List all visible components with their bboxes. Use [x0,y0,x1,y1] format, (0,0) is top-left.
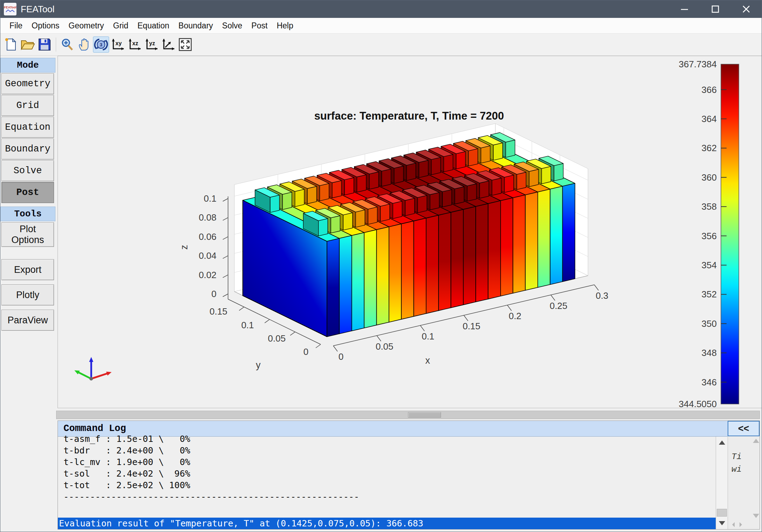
maximize-icon [710,4,721,14]
fit-view-icon [178,38,192,52]
splitter-handle[interactable] [408,412,441,418]
save-file-button[interactable] [36,36,53,53]
scrollbar-track[interactable] [716,449,728,517]
view-default-icon [161,38,176,52]
svg-text:0.2: 0.2 [509,311,521,321]
logo-wave [6,9,15,13]
rotate-3d-icon: 3 [94,38,108,52]
svg-text:0.1: 0.1 [422,331,434,342]
tools-header: Tools [0,207,55,221]
open-file-icon [20,38,35,51]
svg-text:366: 366 [702,85,717,95]
splitter-bar[interactable] [56,411,760,419]
view-xz-icon: xz [127,38,142,52]
svg-text:z: z [179,245,189,250]
temperature-surface-plot[interactable]: 00.050.10.150.20.250.3x00.050.10.15y00.0… [58,56,761,408]
tool-button-export[interactable]: Export [1,259,54,280]
svg-text:0.08: 0.08 [199,212,216,223]
open-file-button[interactable] [20,36,36,53]
tips-scrollbar[interactable] [753,437,760,520]
svg-text:358: 358 [702,201,717,212]
featool-logo-icon: FEATool [4,3,16,15]
log-scrollbar[interactable] [716,437,728,529]
mode-button-grid[interactable]: Grid [1,95,54,116]
menu-item-options[interactable]: Options [27,20,64,32]
svg-text:0.25: 0.25 [550,301,568,311]
save-file-icon [38,38,51,51]
menu-item-file[interactable]: File [5,20,27,32]
fit-view-button[interactable] [177,36,193,53]
collapse-log-button[interactable]: << [728,421,760,436]
tips-side-panel: Tiwi [728,437,760,529]
scroll-down-button[interactable] [716,517,728,529]
command-log-output[interactable]: t-asm_f : 1.5e-01 \ 0%t-bdr : 2.4e+00 \ … [58,433,716,518]
view-yz-button[interactable]: yz [143,36,160,53]
tool-button-plot-options[interactable]: Plot Options [1,222,54,247]
menu-item-solve[interactable]: Solve [218,20,247,32]
svg-text:0.06: 0.06 [199,231,216,242]
tips-line: wi [731,463,753,476]
svg-text:360: 360 [702,172,717,183]
mode-button-boundary[interactable]: Boundary [1,139,54,160]
pan-icon [77,38,91,52]
svg-text:0.15: 0.15 [209,306,227,317]
tips-hscrollbar[interactable] [728,520,760,529]
svg-text:354: 354 [702,260,717,270]
scrollbar-thumb[interactable] [717,509,727,517]
svg-text:0: 0 [212,289,216,299]
plot-title: surface: Temperature, T, Time = 7200 [314,110,504,122]
splitter [0,408,762,421]
up-arrow-icon [753,439,759,443]
svg-text:0.02: 0.02 [199,270,216,280]
toolbar-separator [56,38,56,52]
mode-button-solve[interactable]: Solve [1,160,54,181]
view-default-button[interactable] [160,36,176,53]
down-arrow-icon [719,521,725,525]
menu-item-post[interactable]: Post [247,20,272,32]
log-line: t-asm_f : 1.5e-01 \ 0% [64,433,716,445]
sidebar: ModeGeometryGridEquationBoundarySolvePos… [0,56,58,408]
plot-panel: 00.050.10.150.20.250.3x00.050.10.15y00.0… [58,56,762,408]
scroll-up-button[interactable] [716,437,728,449]
right-arrow-icon [740,522,742,527]
svg-text:362: 362 [702,143,717,153]
menu-item-geometry[interactable]: Geometry [64,20,108,32]
mode-button-geometry[interactable]: Geometry [1,73,54,94]
view-yz-icon: yz [144,38,159,52]
log-line: t-tot : 2.5e+02 \ 100% [64,479,716,491]
svg-text:0.04: 0.04 [199,250,216,261]
tool-button-paraview[interactable]: ParaView [1,310,54,331]
close-button[interactable] [731,0,762,18]
log-line: t-lc_mv : 1.9e+00 \ 0% [64,456,716,468]
menu-item-equation[interactable]: Equation [133,20,174,32]
log-line: t-bdr : 2.4e+00 \ 0% [64,445,716,456]
maximize-button[interactable] [700,0,731,18]
view-xy-button[interactable]: xy [110,36,126,53]
tool-button-plotly[interactable]: Plotly [1,284,54,305]
mode-button-equation[interactable]: Equation [1,117,54,138]
svg-text:y: y [256,360,261,370]
svg-text:3: 3 [100,42,102,47]
svg-text:x: x [425,355,430,366]
window-title: FEATool [21,4,669,15]
svg-text:352: 352 [702,289,717,299]
menu-item-help[interactable]: Help [272,20,298,32]
menu-item-boundary[interactable]: Boundary [174,20,218,32]
app-window: FEATool FEATool FileOptionsGeometryGridE… [0,0,762,532]
menu-item-grid[interactable]: Grid [108,20,133,32]
tips-line: Ti [731,451,753,463]
rotate-3d-button[interactable]: 3 [93,36,109,53]
svg-text:yz: yz [149,40,155,46]
mode-button-post[interactable]: Post [1,182,54,203]
zoom-in-icon [60,38,74,52]
view-xz-button[interactable]: xz [127,36,143,53]
left-arrow-icon [732,522,735,527]
pan-button[interactable] [76,36,92,53]
new-file-button[interactable] [3,36,19,53]
svg-text:344.5050: 344.5050 [679,399,717,408]
main-content: ModeGeometryGridEquationBoundarySolvePos… [0,56,762,408]
toolbar: 3xyxzyz [0,34,762,56]
zoom-in-button[interactable] [59,36,75,53]
minimize-button[interactable] [669,0,700,18]
svg-text:0: 0 [303,346,308,357]
